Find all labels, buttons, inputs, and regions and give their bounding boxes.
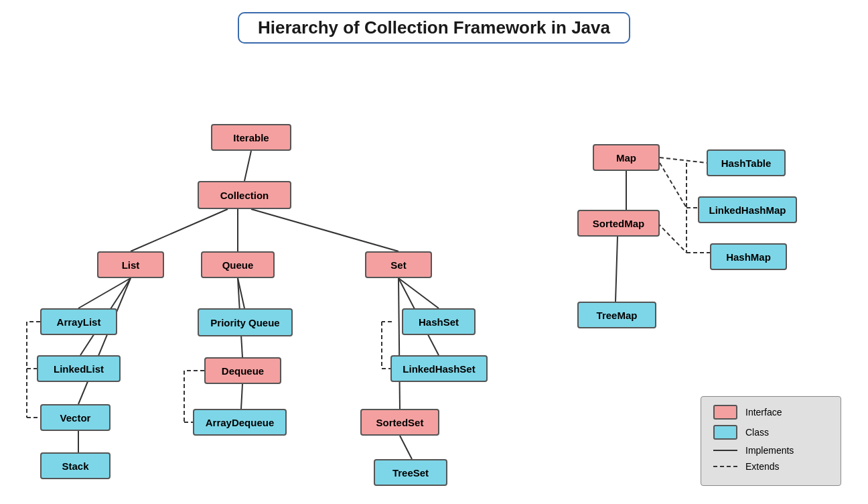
svg-line-30 (658, 223, 686, 253)
node-queue: Queue (201, 251, 275, 278)
node-iterable: Iterable (211, 124, 291, 151)
svg-line-4 (78, 278, 131, 308)
svg-line-27 (660, 158, 707, 163)
node-hashtable: HashTable (707, 149, 786, 176)
node-sortedset: SortedSet (360, 409, 439, 436)
svg-line-8 (238, 278, 244, 308)
node-priorityqueue: Priority Queue (198, 308, 293, 336)
node-linkedhashset: LinkedHashSet (390, 355, 488, 382)
svg-line-16 (616, 237, 618, 302)
node-hashset: HashSet (402, 308, 476, 335)
node-set: Set (365, 251, 432, 278)
node-linkedlist: LinkedList (37, 355, 121, 382)
node-sortedmap: SortedMap (577, 210, 660, 237)
svg-line-14 (400, 436, 412, 459)
legend-implements: Implements (713, 445, 828, 456)
node-vector: Vector (40, 404, 111, 431)
node-dequeue: Dequeue (204, 357, 281, 384)
svg-line-28 (660, 163, 686, 208)
legend: Interface Class Implements Extends (701, 396, 841, 486)
svg-line-1 (131, 209, 228, 251)
node-list: List (97, 251, 164, 278)
svg-line-10 (241, 384, 242, 409)
svg-line-11 (399, 278, 439, 308)
svg-line-0 (244, 151, 251, 181)
node-arraydequeue: ArrayDequeue (193, 409, 287, 436)
legend-interface: Interface (713, 405, 828, 420)
svg-line-13 (399, 278, 400, 409)
node-hashmap: HashMap (710, 243, 787, 270)
diagram-area: Iterable Collection List Queue Set Array… (0, 50, 868, 504)
legend-dashed-line (713, 466, 737, 467)
legend-solid-line (713, 450, 737, 451)
node-arraylist: ArrayList (40, 308, 117, 335)
node-treeset: TreeSet (374, 459, 447, 486)
legend-class-box (713, 425, 737, 440)
svg-line-6 (78, 278, 131, 404)
node-stack: Stack (40, 452, 111, 479)
node-collection: Collection (198, 181, 291, 209)
node-treemap: TreeMap (577, 302, 656, 328)
node-map: Map (593, 144, 660, 171)
legend-extends: Extends (713, 461, 828, 472)
page-title: Hierarchy of Collection Framework in Jav… (0, 0, 868, 50)
node-linkedhashmap: LinkedHashMap (698, 196, 797, 223)
legend-interface-box (713, 405, 737, 420)
legend-class: Class (713, 425, 828, 440)
svg-line-3 (251, 209, 399, 251)
